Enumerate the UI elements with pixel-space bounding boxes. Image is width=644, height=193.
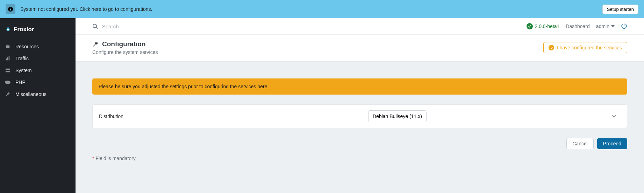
dashboard-link[interactable]: Dashboard (566, 23, 590, 29)
topbar-right: 2.0.0-beta1 Dashboard admin (527, 23, 627, 29)
sidebar-item-system[interactable]: System (0, 64, 76, 76)
sidebar-item-label: PHP (15, 80, 26, 85)
distribution-select[interactable]: Debian Bullseye (11.x) (368, 110, 427, 122)
sidebar-item-resources[interactable]: Resources (0, 41, 76, 53)
version-text: 2.0.0-beta1 (535, 23, 560, 29)
form-actions: Cancel Proceed (92, 138, 627, 149)
svg-point-9 (5, 81, 10, 84)
main-area: 2.0.0-beta1 Dashboard admin (76, 18, 644, 193)
svg-point-3 (7, 29, 9, 31)
search-input[interactable] (102, 23, 207, 29)
proceed-button[interactable]: Proceed (597, 138, 627, 149)
sidebar-item-label: System (15, 68, 32, 73)
cancel-button[interactable]: Cancel (566, 138, 594, 149)
svg-rect-2 (10, 8, 11, 8)
server-icon (5, 68, 10, 73)
brand-icon (5, 26, 11, 33)
notification-message[interactable]: System not configured yet. Click here to… (20, 6, 598, 12)
mandatory-text: Field is mandatory (95, 156, 135, 161)
user-dropdown[interactable]: admin (596, 23, 615, 29)
info-icon (6, 4, 15, 14)
svg-rect-4 (6, 58, 7, 60)
svg-rect-1 (10, 9, 11, 11)
svg-marker-12 (611, 25, 615, 27)
svg-rect-7 (6, 69, 10, 70)
notification-bar: System not configured yet. Click here to… (0, 0, 644, 18)
chart-icon (5, 56, 10, 61)
page-subtitle: Configure the system services (92, 49, 158, 55)
sidebar: Froxlor Resources Traffic System PHP (0, 18, 76, 193)
svg-rect-6 (9, 56, 10, 60)
topbar: 2.0.0-beta1 Dashboard admin (76, 18, 644, 35)
sidebar-item-label: Resources (15, 44, 39, 49)
page-title-text: Configuration (102, 40, 146, 48)
configured-services-button[interactable]: I have configured the services (543, 42, 627, 53)
caret-down-icon (611, 25, 615, 27)
page-title-wrap: Configuration Configure the system servi… (92, 40, 158, 55)
wrench-icon (5, 92, 10, 97)
brand-logo[interactable]: Froxlor (0, 23, 76, 41)
brand-text: Froxlor (14, 26, 34, 33)
svg-point-10 (93, 24, 96, 28)
svg-rect-8 (6, 71, 10, 72)
sidebar-item-label: Miscellaneous (15, 91, 46, 97)
chevron-down-icon (612, 115, 616, 118)
distribution-row: Distribution Debian Bullseye (11.x) (92, 104, 627, 128)
search-icon (92, 23, 98, 29)
content: Please be sure you adjusted the settings… (76, 62, 644, 178)
php-icon (5, 81, 10, 84)
sidebar-item-label: Traffic (15, 56, 29, 61)
sidebar-item-php[interactable]: PHP (0, 76, 76, 88)
briefcase-icon (5, 44, 10, 49)
setup-start-button[interactable]: Setup starten (602, 5, 638, 14)
check-circle-icon (549, 45, 554, 50)
svg-rect-5 (7, 57, 8, 61)
search-wrapper (92, 23, 520, 29)
sidebar-item-miscellaneous[interactable]: Miscellaneous (0, 88, 76, 100)
asterisk-icon: * (92, 156, 94, 161)
warning-alert: Please be sure you adjusted the settings… (92, 78, 627, 95)
check-circle-icon (527, 23, 533, 29)
sidebar-item-traffic[interactable]: Traffic (0, 53, 76, 64)
wrench-icon (92, 41, 99, 47)
distribution-label: Distribution (99, 113, 360, 119)
configured-button-text: I have configured the services (557, 45, 622, 50)
mandatory-note: *Field is mandatory (92, 156, 627, 161)
logout-button[interactable] (621, 23, 627, 29)
svg-line-11 (96, 27, 98, 29)
distribution-select-wrap: Debian Bullseye (11.x) (368, 110, 621, 122)
version-status[interactable]: 2.0.0-beta1 (527, 23, 560, 29)
page-header: Configuration Configure the system servi… (76, 35, 644, 62)
page-title: Configuration (92, 40, 158, 48)
user-label: admin (596, 23, 609, 29)
